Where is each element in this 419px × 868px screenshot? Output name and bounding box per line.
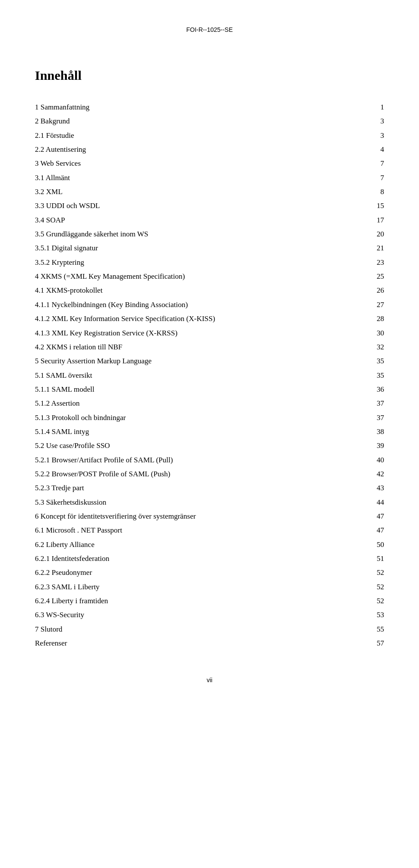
toc-entry-text: 5 Security Assertion Markup Language [35, 354, 332, 368]
toc-row: 4.2 XKMS i relation till NBF32 [35, 340, 384, 354]
toc-entry-text: 5.1.2 Assertion [35, 396, 332, 410]
toc-entry-page: 38 [332, 425, 384, 439]
toc-row: 6.2.3 SAML i Liberty52 [35, 580, 384, 594]
toc-entry-page: 32 [332, 340, 384, 354]
toc-entry-text: 3.5.1 Digital signatur [35, 241, 332, 255]
toc-entry-page: 26 [332, 284, 384, 297]
toc-entry-page: 35 [332, 369, 384, 383]
toc-row: 3.5.2 Kryptering23 [35, 256, 384, 270]
toc-row: 4.1.2 XML Key Information Service Specif… [35, 312, 384, 326]
toc-row: 5.1 SAML översikt35 [35, 369, 384, 383]
toc-row: 6.1 Microsoft . NET Passport47 [35, 523, 384, 537]
toc-entry-text: 4.1.1 Nyckelbindningen (Key Binding Asso… [35, 298, 332, 312]
toc-row: 4.1.1 Nyckelbindningen (Key Binding Asso… [35, 298, 384, 312]
toc-row: 6.2.4 Liberty i framtiden52 [35, 594, 384, 608]
toc-entry-text: 3.5 Grundläggande säkerhet inom WS [35, 227, 332, 241]
toc-entry-page: 42 [332, 467, 384, 481]
toc-entry-page: 50 [332, 538, 384, 552]
toc-entry-text: 6.2 Liberty Alliance [35, 538, 332, 552]
toc-entry-page: 27 [332, 298, 384, 312]
toc-entry-text: 5.1.1 SAML modell [35, 383, 332, 396]
toc-row: 5.1.3 Protokoll och bindningar37 [35, 411, 384, 425]
toc-row: 5.1.1 SAML modell36 [35, 383, 384, 396]
toc-entry-text: 5.1.3 Protokoll och bindningar [35, 411, 332, 425]
toc-row: 2.2 Autentisering4 [35, 143, 384, 157]
toc-entry-page: 52 [332, 580, 384, 594]
toc-entry-page: 36 [332, 383, 384, 396]
toc-entry-text: 3.4 SOAP [35, 213, 332, 227]
toc-entry-text: 4.1 XKMS-protokollet [35, 284, 332, 297]
toc-entry-text: 3.3 UDDI och WSDL [35, 199, 332, 213]
toc-row: 3.4 SOAP17 [35, 213, 384, 227]
toc-entry-page: 47 [332, 523, 384, 537]
toc-row: 5.1.4 SAML intyg38 [35, 425, 384, 439]
toc-entry-page: 3 [332, 114, 384, 128]
toc-entry-text: 6.1 Microsoft . NET Passport [35, 523, 332, 537]
toc-entry-text: 6.2.2 Pseudonymer [35, 566, 332, 580]
toc-table: 1 Sammanfattning12 Bakgrund32.1 Förstudi… [35, 100, 384, 650]
toc-entry-text: 3.1 Allmänt [35, 171, 332, 185]
toc-row: 3.3 UDDI och WSDL15 [35, 199, 384, 213]
toc-entry-text: 1 Sammanfattning [35, 100, 332, 114]
toc-entry-text: 7 Slutord [35, 622, 332, 636]
toc-entry-text: Referenser [35, 636, 332, 650]
toc-row: 5.2.2 Browser/POST Profile of SAML (Push… [35, 467, 384, 481]
toc-entry-page: 30 [332, 326, 384, 340]
toc-entry-page: 20 [332, 227, 384, 241]
toc-entry-page: 39 [332, 439, 384, 453]
toc-entry-text: 5.2.3 Tredje part [35, 481, 332, 495]
toc-row: 3.1 Allmänt7 [35, 171, 384, 185]
toc-entry-text: 5.3 Säkerhetsdiskussion [35, 496, 332, 509]
page-footer: vii [35, 677, 384, 683]
toc-row: 6.2.1 Identitetsfederation51 [35, 552, 384, 566]
toc-row: 1 Sammanfattning1 [35, 100, 384, 114]
toc-row: 4.1 XKMS-protokollet26 [35, 284, 384, 297]
toc-entry-text: 2.2 Autentisering [35, 143, 332, 157]
toc-row: 3.5.1 Digital signatur21 [35, 241, 384, 255]
toc-entry-text: 5.2 Use case/Profile SSO [35, 439, 332, 453]
header-text: FOI-R--1025--SE [186, 26, 233, 33]
toc-row: 6.2 Liberty Alliance50 [35, 538, 384, 552]
toc-entry-page: 1 [332, 100, 384, 114]
toc-row: 5.2 Use case/Profile SSO39 [35, 439, 384, 453]
toc-row: 6.3 WS-Security53 [35, 608, 384, 622]
toc-entry-page: 28 [332, 312, 384, 326]
toc-row: 5.1.2 Assertion37 [35, 396, 384, 410]
toc-entry-page: 40 [332, 453, 384, 467]
toc-entry-page: 37 [332, 396, 384, 410]
page-title: Innehåll [35, 68, 384, 83]
toc-row: 5 Security Assertion Markup Language35 [35, 354, 384, 368]
toc-entry-text: 4.1.3 XML Key Registration Service (X-KR… [35, 326, 332, 340]
toc-entry-page: 25 [332, 270, 384, 284]
toc-entry-page: 55 [332, 622, 384, 636]
toc-entry-text: 6 Koncept för identitetsverifiering över… [35, 509, 332, 523]
toc-entry-page: 17 [332, 213, 384, 227]
toc-row: 2 Bakgrund3 [35, 114, 384, 128]
toc-entry-page: 7 [332, 171, 384, 185]
toc-entry-page: 8 [332, 185, 384, 199]
toc-entry-page: 35 [332, 354, 384, 368]
toc-entry-page: 47 [332, 509, 384, 523]
toc-body: 1 Sammanfattning12 Bakgrund32.1 Förstudi… [35, 100, 384, 650]
toc-row: 2.1 Förstudie3 [35, 129, 384, 143]
toc-row: 4.1.3 XML Key Registration Service (X-KR… [35, 326, 384, 340]
toc-entry-text: 4.1.2 XML Key Information Service Specif… [35, 312, 332, 326]
toc-entry-text: 3.5.2 Kryptering [35, 256, 332, 270]
toc-entry-text: 5.1.4 SAML intyg [35, 425, 332, 439]
toc-entry-page: 15 [332, 199, 384, 213]
toc-entry-text: 5.1 SAML översikt [35, 369, 332, 383]
toc-entry-page: 4 [332, 143, 384, 157]
toc-entry-page: 43 [332, 481, 384, 495]
toc-row: 6 Koncept för identitetsverifiering över… [35, 509, 384, 523]
toc-entry-page: 37 [332, 411, 384, 425]
footer-text: vii [206, 677, 212, 683]
toc-entry-page: 44 [332, 496, 384, 509]
toc-entry-text: 2.1 Förstudie [35, 129, 332, 143]
toc-row: 5.3 Säkerhetsdiskussion44 [35, 496, 384, 509]
toc-row: 6.2.2 Pseudonymer52 [35, 566, 384, 580]
toc-entry-page: 53 [332, 608, 384, 622]
toc-entry-page: 3 [332, 129, 384, 143]
page-header: FOI-R--1025--SE [35, 26, 384, 33]
toc-entry-text: 4.2 XKMS i relation till NBF [35, 340, 332, 354]
toc-entry-page: 51 [332, 552, 384, 566]
